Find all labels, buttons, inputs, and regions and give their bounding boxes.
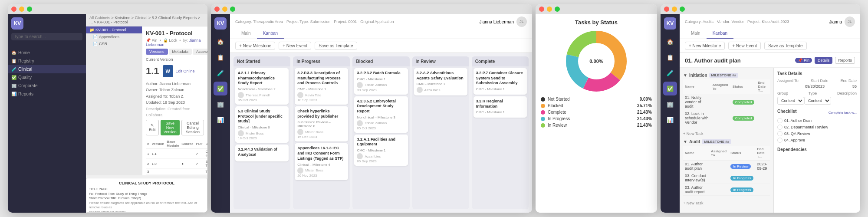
sidebar-item-quality[interactable]: ✅ Quality [8,73,86,82]
close-button-chart[interactable] [539,7,544,12]
folder-icon: 📁 [89,28,94,32]
close-button-right[interactable] [664,7,669,12]
kanban-card[interactable]: 3.2.R Regional Information CMC - Milesto… [473,96,527,118]
breadcrumb: All Cabinets > Kivistime > Clinical > 5.… [86,14,207,26]
doc-main: All Cabinets > Kivistime > Clinical > 5.… [86,14,207,213]
legend-item-blocked: Blocked 35.71% [541,103,652,108]
tab-main[interactable]: Main [235,29,257,39]
check-circle [777,118,783,123]
save-version-button[interactable]: Save New Version [161,120,180,135]
kanban-col-in-review: In Review 3.2.A.2 Adventitious Agents Sa… [412,56,469,209]
kanban-card[interactable]: 5.3 Clinical Study Protocol [under speci… [235,106,289,143]
app-nav-reports[interactable]: 📊 [214,113,227,127]
legend-value-in-review: 21.43% [637,123,652,128]
lock-button[interactable]: 🔒 Lock [163,38,178,43]
kanban-cards-in-progress: 3.2.P.3.3 Description of Manufacturing P… [293,66,350,209]
avatar-small [297,129,303,135]
kanban-card[interactable]: 3.2.A.1 Facilities and Equipment CMC - M… [354,135,408,166]
minimize-button-mid[interactable] [222,7,227,12]
cancel-button[interactable]: Cancel Editing Session [181,120,204,135]
tree-item-protocol[interactable]: 📁 KV-001 - Protocol [86,26,142,33]
audit-nav-reports[interactable]: 📊 [663,113,677,127]
document-window: KV 🏠 Home 📋 Registry 🧪 Clinical ✅ Qualit… [8,4,207,213]
col-version: Version [150,139,165,149]
app-nav-clinical[interactable]: 🧪 [214,66,227,80]
audit-tab-main[interactable]: Main [685,29,707,39]
audit-left: ▼ Initiation MILESTONE ## Name Assigned … [680,68,773,213]
quality-icon: ✅ [11,75,16,80]
kanban-card[interactable]: 3.2.P.4.3 Validation of Analytical [235,145,289,161]
tab-access[interactable]: Access [193,49,207,55]
tree-item-appendices[interactable]: 📄 Appendices [86,33,142,40]
edit-online-link[interactable]: Edit Online [176,69,195,73]
kanban-card[interactable]: 4.2.3.5.2 Embryofetal Development Study … [354,96,408,133]
new-milestone-button[interactable]: + New Milestone [235,42,275,50]
kanban-cards-not-started: 4.2.1.1 Primary Pharmacodynamics Study R… [233,66,290,209]
kanban-card[interactable]: 4.2.1.1 Primary Pharmacodynamics Study R… [235,68,289,105]
sidebar-item-reports[interactable]: 📊 Reports [8,90,86,98]
complete-task-link[interactable]: Complete task w... [829,111,857,115]
tree-item-csr[interactable]: 📄 CSR [86,40,142,47]
kanban-card[interactable]: 3.2.P.7 Container Closure System Send to… [473,68,527,95]
audit-nav-quality[interactable]: ✅ [663,82,677,95]
save-as-template-button[interactable]: Save as Template [315,42,357,50]
sidebar-item-corporate[interactable]: 🏢 Corporate [8,82,86,90]
audit-nav-clinical[interactable]: 🧪 [663,66,677,80]
type-select[interactable]: Content [804,97,831,105]
audit-tab-kanban[interactable]: Kanban [707,29,733,39]
legend-value-blocked: 35.71% [637,103,652,108]
kanban-card[interactable]: 3.2.A.2 Adventitious Agents Safety Evalu… [414,68,467,95]
add-task-button-initiation[interactable]: + New Task [683,130,770,138]
pin-button[interactable]: 📌 Pin [146,38,158,43]
maximize-button-mid[interactable] [230,7,235,12]
audit-new-milestone-button[interactable]: + New Milestone [685,42,725,50]
tab-kanban[interactable]: Kanban [257,29,284,39]
audit-toolbar: + New Milestone + New Event Save as Temp… [680,39,860,53]
close-button[interactable] [11,7,16,12]
card-meta: Mister Boss [297,129,345,135]
new-event-button[interactable]: + New Event [279,42,311,50]
app-nav-registry[interactable]: 📋 [214,50,227,64]
audit-new-event-button[interactable]: + New Event [728,42,761,50]
tab-metadata[interactable]: Metadata [169,49,192,55]
minimize-button[interactable] [19,7,24,12]
app-nav-corporate[interactable]: 🏢 [214,97,227,111]
audit-nav-home[interactable]: 🏠 [663,35,677,49]
kanban-card[interactable]: 3.2.P.3.2 Batch Formula CMC - Milestone … [354,68,408,95]
sidebar-item-registry[interactable]: 📋 Registry [8,57,86,65]
group-select[interactable]: Content [777,97,804,105]
maximize-button-chart[interactable] [555,7,560,12]
search-input[interactable] [11,33,82,40]
col-assigned: Assigned To [710,79,730,94]
group-type-values: Content Content [777,97,857,105]
avatar-small [357,120,363,126]
kanban-card[interactable]: Appendices 16.1.3 IEC and IRB Consent Fo… [295,143,348,180]
pin-toggle[interactable]: 📌 Pin [795,58,812,63]
desc-label: Description [837,91,857,95]
card-meta: Mister Boss [297,168,345,174]
minimize-button-chart[interactable] [547,7,552,12]
pin-icon: 📌 [798,58,802,62]
audit-nav-corporate[interactable]: 🏢 [663,97,677,111]
app-nav-quality[interactable]: ✅ [214,82,227,95]
edit-button[interactable]: ✎ Edit [146,120,159,135]
tab-versions[interactable]: Versions [146,49,168,55]
kanban-card[interactable]: 3.2.P.3.3 Description of Manufacturing P… [295,68,348,105]
group-type-row: Group Type Description [777,91,857,95]
chart-title: Tasks by Status [541,19,652,26]
audit-nav-registry[interactable]: 📋 [663,50,677,64]
maximize-button[interactable] [27,7,32,12]
sidebar-item-home[interactable]: 🏠 Home [8,49,86,57]
kanban-card[interactable]: Check hyperlinks provided by publisher S… [295,106,348,141]
minimize-button-right[interactable] [672,7,677,12]
sidebar-item-clinical[interactable]: 🧪 Clinical [8,65,86,73]
reports-tab-button[interactable]: Reports [835,57,855,64]
close-button-mid[interactable] [214,7,220,12]
add-task-button-audit[interactable]: + New Task [683,199,770,207]
app-nav-home[interactable]: 🏠 [214,35,227,49]
details-tab-button[interactable]: Details [815,57,833,64]
app-sidebar: KV 🏠 📋 🧪 ✅ 🏢 📊 [211,14,230,213]
checklist-section: Checklist Complete task w... 01. Author … [777,109,857,143]
maximize-button-right[interactable] [680,7,685,12]
audit-save-template-button[interactable]: Save as Template [764,42,806,50]
